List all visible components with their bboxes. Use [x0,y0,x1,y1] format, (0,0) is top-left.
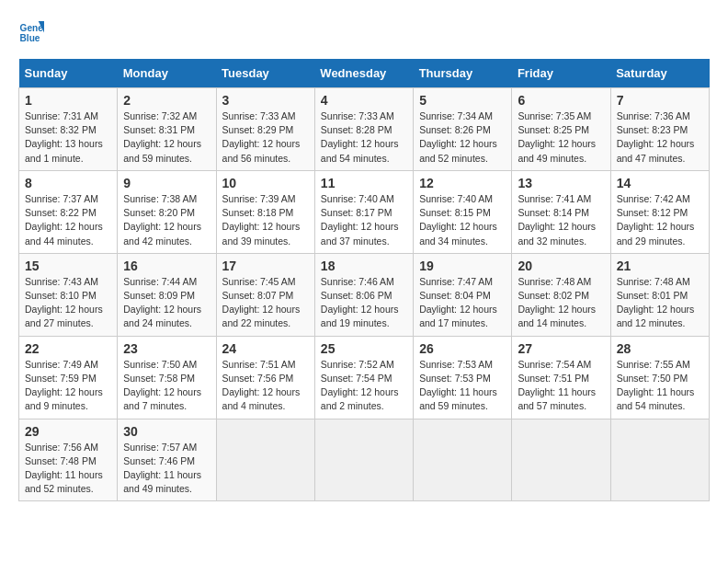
day-number: 28 [617,341,703,356]
calendar-day-cell: 21 Sunrise: 7:48 AMSunset: 8:01 PMDaylig… [610,253,709,336]
day-info: Sunrise: 7:44 AMSunset: 8:09 PMDaylight:… [123,275,210,331]
day-info: Sunrise: 7:33 AMSunset: 8:29 PMDaylight:… [222,109,309,166]
calendar-day-cell: 24 Sunrise: 7:51 AMSunset: 7:56 PMDaylig… [216,336,314,419]
logo: General Blue [18,18,48,44]
page-header: General Blue [18,18,710,44]
header-day: Tuesday [216,59,314,88]
header-day: Monday [118,59,216,88]
calendar-day-cell: 18 Sunrise: 7:46 AMSunset: 8:06 PMDaylig… [314,253,413,336]
day-info: Sunrise: 7:48 AMSunset: 8:02 PMDaylight:… [518,275,604,331]
day-info: Sunrise: 7:31 AMSunset: 8:32 PMDaylight:… [25,109,111,166]
day-number: 26 [419,341,506,356]
day-info: Sunrise: 7:50 AMSunset: 7:58 PMDaylight:… [123,358,210,414]
calendar-day-cell [610,419,709,501]
day-number: 6 [518,93,604,108]
day-number: 5 [419,93,506,108]
calendar-day-cell [314,419,413,501]
calendar-day-cell [216,419,314,501]
calendar-day-cell: 22 Sunrise: 7:49 AMSunset: 7:59 PMDaylig… [19,336,118,419]
calendar-day-cell: 14 Sunrise: 7:42 AMSunset: 8:12 PMDaylig… [610,170,709,253]
day-number: 20 [518,259,604,273]
day-info: Sunrise: 7:52 AMSunset: 7:54 PMDaylight:… [321,358,407,414]
calendar-day-cell: 11 Sunrise: 7:40 AMSunset: 8:17 PMDaylig… [314,170,413,253]
day-number: 11 [321,176,407,190]
day-number: 18 [321,259,407,273]
day-info: Sunrise: 7:48 AMSunset: 8:01 PMDaylight:… [617,275,703,331]
day-info: Sunrise: 7:43 AMSunset: 8:10 PMDaylight:… [25,275,111,331]
day-info: Sunrise: 7:49 AMSunset: 7:59 PMDaylight:… [25,358,111,414]
calendar-day-cell: 28 Sunrise: 7:55 AMSunset: 7:50 PMDaylig… [610,336,709,419]
calendar-day-cell: 8 Sunrise: 7:37 AMSunset: 8:22 PMDayligh… [19,170,118,253]
calendar-day-cell: 25 Sunrise: 7:52 AMSunset: 7:54 PMDaylig… [314,336,413,419]
day-info: Sunrise: 7:35 AMSunset: 8:25 PMDaylight:… [518,109,604,166]
day-number: 23 [123,341,210,356]
calendar-day-cell: 2 Sunrise: 7:32 AMSunset: 8:31 PMDayligh… [118,88,216,171]
calendar-day-cell: 12 Sunrise: 7:40 AMSunset: 8:15 PMDaylig… [414,170,512,253]
calendar-week-row: 1 Sunrise: 7:31 AMSunset: 8:32 PMDayligh… [19,88,710,171]
day-number: 29 [25,424,111,439]
calendar-week-row: 29 Sunrise: 7:56 AMSunset: 7:48 PMDaylig… [19,419,710,501]
calendar-day-cell: 27 Sunrise: 7:54 AMSunset: 7:51 PMDaylig… [512,336,610,419]
day-info: Sunrise: 7:54 AMSunset: 7:51 PMDaylight:… [518,358,604,414]
day-number: 3 [222,93,309,108]
calendar-week-row: 8 Sunrise: 7:37 AMSunset: 8:22 PMDayligh… [19,170,710,253]
logo-icon: General Blue [18,18,44,44]
calendar-day-cell: 10 Sunrise: 7:39 AMSunset: 8:18 PMDaylig… [216,170,314,253]
day-info: Sunrise: 7:34 AMSunset: 8:26 PMDaylight:… [419,109,506,166]
day-info: Sunrise: 7:39 AMSunset: 8:18 PMDaylight:… [222,192,309,248]
day-number: 10 [222,176,309,190]
day-number: 12 [419,176,506,190]
day-number: 21 [617,259,703,273]
calendar-day-cell: 13 Sunrise: 7:41 AMSunset: 8:14 PMDaylig… [512,170,610,253]
calendar-day-cell: 1 Sunrise: 7:31 AMSunset: 8:32 PMDayligh… [19,88,118,171]
day-number: 30 [123,424,210,439]
calendar-day-cell: 19 Sunrise: 7:47 AMSunset: 8:04 PMDaylig… [414,253,512,336]
header-day: Wednesday [314,59,413,88]
day-info: Sunrise: 7:32 AMSunset: 8:31 PMDaylight:… [123,109,210,166]
day-info: Sunrise: 7:40 AMSunset: 8:17 PMDaylight:… [321,192,407,248]
day-info: Sunrise: 7:33 AMSunset: 8:28 PMDaylight:… [321,109,407,166]
header-day: Saturday [610,59,709,88]
day-number: 2 [123,93,210,108]
calendar-day-cell [414,419,512,501]
day-number: 22 [25,341,111,356]
calendar-day-cell [512,419,610,501]
day-info: Sunrise: 7:55 AMSunset: 7:50 PMDaylight:… [617,358,703,414]
day-info: Sunrise: 7:42 AMSunset: 8:12 PMDaylight:… [617,192,703,248]
calendar-day-cell: 15 Sunrise: 7:43 AMSunset: 8:10 PMDaylig… [19,253,118,336]
day-number: 27 [518,341,604,356]
header-day: Thursday [414,59,512,88]
calendar-day-cell: 29 Sunrise: 7:56 AMSunset: 7:48 PMDaylig… [19,419,118,501]
day-number: 19 [419,259,506,273]
day-number: 25 [321,341,407,356]
day-number: 1 [25,93,111,108]
day-number: 24 [222,341,309,356]
day-number: 15 [25,259,111,273]
day-number: 9 [123,176,210,190]
day-info: Sunrise: 7:56 AMSunset: 7:48 PMDaylight:… [25,441,111,497]
calendar-day-cell: 6 Sunrise: 7:35 AMSunset: 8:25 PMDayligh… [512,88,610,171]
calendar-day-cell: 17 Sunrise: 7:45 AMSunset: 8:07 PMDaylig… [216,253,314,336]
day-number: 13 [518,176,604,190]
day-number: 4 [321,93,407,108]
calendar-day-cell: 5 Sunrise: 7:34 AMSunset: 8:26 PMDayligh… [414,88,512,171]
day-info: Sunrise: 7:38 AMSunset: 8:20 PMDaylight:… [123,192,210,248]
calendar-day-cell: 4 Sunrise: 7:33 AMSunset: 8:28 PMDayligh… [314,88,413,171]
calendar-day-cell: 16 Sunrise: 7:44 AMSunset: 8:09 PMDaylig… [118,253,216,336]
calendar-table: SundayMondayTuesdayWednesdayThursdayFrid… [18,59,710,501]
day-number: 17 [222,259,309,273]
day-number: 16 [123,259,210,273]
calendar-day-cell: 26 Sunrise: 7:53 AMSunset: 7:53 PMDaylig… [414,336,512,419]
day-number: 8 [25,176,111,190]
header-day: Sunday [19,59,118,88]
day-info: Sunrise: 7:46 AMSunset: 8:06 PMDaylight:… [321,275,407,331]
day-info: Sunrise: 7:51 AMSunset: 7:56 PMDaylight:… [222,358,309,414]
calendar-week-row: 22 Sunrise: 7:49 AMSunset: 7:59 PMDaylig… [19,336,710,419]
day-number: 14 [617,176,703,190]
header-row: SundayMondayTuesdayWednesdayThursdayFrid… [19,59,710,88]
calendar-day-cell: 30 Sunrise: 7:57 AMSunset: 7:46 PMDaylig… [118,419,216,501]
calendar-day-cell: 3 Sunrise: 7:33 AMSunset: 8:29 PMDayligh… [216,88,314,171]
calendar-day-cell: 7 Sunrise: 7:36 AMSunset: 8:23 PMDayligh… [610,88,709,171]
day-info: Sunrise: 7:45 AMSunset: 8:07 PMDaylight:… [222,275,309,331]
calendar-day-cell: 9 Sunrise: 7:38 AMSunset: 8:20 PMDayligh… [118,170,216,253]
